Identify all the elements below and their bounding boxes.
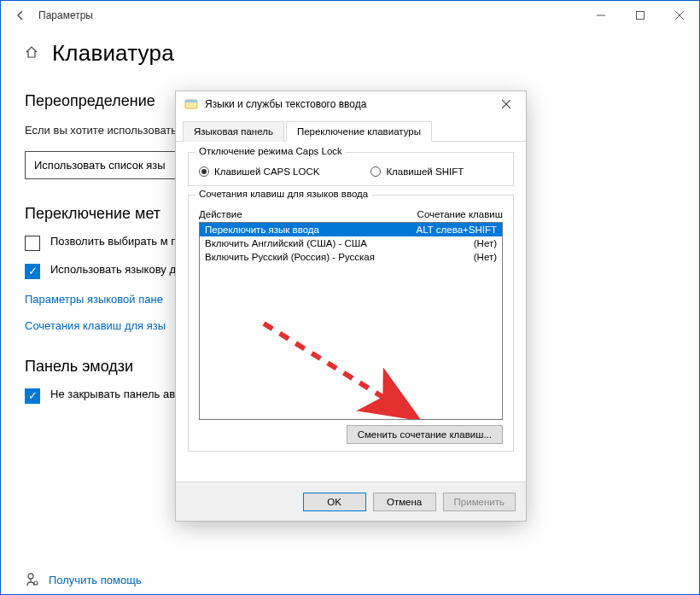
list-row[interactable]: Включить Русский (Россия) - Русская (Нет… [200, 250, 502, 264]
dialog-titlebar: Языки и службы текстового ввода [176, 91, 526, 117]
svg-line-6 [264, 324, 409, 413]
radio-shift[interactable]: Клавишей SHIFT [370, 166, 464, 177]
row-combo: (Нет) [474, 252, 497, 262]
svg-point-3 [34, 581, 38, 585]
text-services-dialog: Языки и службы текстового ввода Языковая… [175, 90, 527, 522]
page-title: Клавиатура [52, 40, 174, 67]
home-icon[interactable] [25, 45, 38, 62]
dialog-title: Языки и службы текстового ввода [205, 98, 366, 110]
dropdown-label: Использовать список язы [34, 159, 166, 172]
minimize-button[interactable] [581, 1, 621, 30]
list-row[interactable]: Включить Английский (США) - США (Нет) [200, 236, 502, 250]
checkbox-per-app[interactable] [25, 236, 40, 251]
help-icon [25, 572, 40, 587]
hotkeys-legend: Сочетания клавиш для языков ввода [195, 189, 371, 199]
cancel-button[interactable]: Отмена [373, 493, 436, 511]
window-title: Параметры [38, 9, 93, 21]
checkbox-lang-bar[interactable]: ✓ [25, 264, 40, 279]
radio-capslock[interactable]: Клавишей CAPS LOCK [199, 166, 319, 177]
radio-capslock-indicator [199, 166, 209, 177]
hotkeys-groupbox: Сочетания клавиш для языков ввода Действ… [188, 195, 514, 452]
row-action: Включить Русский (Россия) - Русская [205, 252, 375, 262]
tab-language-bar[interactable]: Языковая панель [183, 121, 284, 142]
col-combo: Сочетание клавиш [417, 209, 503, 219]
close-button[interactable] [660, 1, 699, 30]
svg-point-2 [28, 574, 33, 579]
svg-rect-5 [185, 100, 197, 102]
row-combo: ALT слева+SHIFT [417, 225, 497, 235]
help-link-label: Получить помощь [49, 574, 142, 586]
hotkeys-list[interactable]: Переключить язык ввода ALT слева+SHIFT В… [199, 222, 503, 420]
dialog-tabs: Языковая панель Переключение клавиатуры [176, 117, 526, 142]
dialog-icon [184, 97, 198, 111]
svg-rect-1 [637, 12, 645, 20]
row-combo: (Нет) [474, 238, 497, 248]
dialog-footer: OK Отмена Применить [176, 481, 526, 521]
apply-button[interactable]: Применить [443, 493, 516, 511]
back-button[interactable] [6, 1, 35, 30]
col-action: Действие [199, 209, 242, 219]
tab-keyboard-switch[interactable]: Переключение клавиатуры [286, 121, 432, 142]
row-action: Переключить язык ввода [205, 225, 319, 235]
ok-button[interactable]: OK [303, 493, 366, 511]
row-action: Включить Английский (США) - США [205, 238, 367, 248]
annotation-arrow [255, 315, 443, 420]
checkbox-emoji[interactable]: ✓ [25, 388, 40, 404]
change-hotkey-button[interactable]: Сменить сочетание клавиш... [347, 425, 503, 444]
dialog-close-button[interactable] [493, 94, 519, 114]
radio-shift-label: Клавишей SHIFT [386, 166, 464, 177]
settings-titlebar: Параметры [1, 1, 699, 30]
radio-shift-indicator [370, 166, 381, 177]
radio-capslock-label: Клавишей CAPS LOCK [214, 166, 319, 177]
dialog-content: Отключение режима Caps Lock Клавишей CAP… [176, 142, 526, 470]
list-row[interactable]: Переключить язык ввода ALT слева+SHIFT [200, 223, 502, 236]
help-link[interactable]: Получить помощь [25, 572, 142, 587]
capslock-legend: Отключение режима Caps Lock [195, 146, 346, 156]
capslock-groupbox: Отключение режима Caps Lock Клавишей CAP… [188, 152, 514, 186]
maximize-button[interactable] [621, 1, 660, 30]
